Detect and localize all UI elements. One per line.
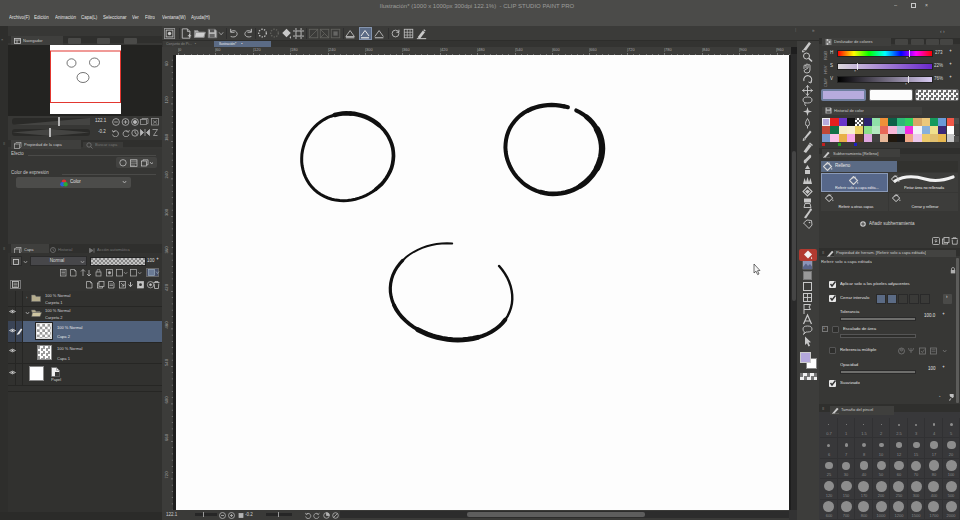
svg-text:480: 480 — [164, 320, 169, 328]
svg-text:HSV: HSV — [823, 65, 828, 74]
svg-text:540: 540 — [164, 358, 169, 366]
svg-text:660: 660 — [164, 433, 169, 441]
svg-text:240: 240 — [164, 170, 169, 178]
svg-text:60: 60 — [164, 60, 169, 65]
svg-text:420: 420 — [164, 283, 169, 291]
svg-text:120: 120 — [164, 95, 169, 103]
svg-text:180: 180 — [164, 133, 169, 141]
svg-text:300: 300 — [164, 208, 169, 216]
svg-text:360: 360 — [164, 245, 169, 253]
svg-text:RGB: RGB — [823, 51, 828, 60]
svg-text:CMY: CMY — [823, 77, 828, 87]
svg-text:600: 600 — [164, 395, 169, 403]
svg-text:720: 720 — [164, 470, 169, 478]
